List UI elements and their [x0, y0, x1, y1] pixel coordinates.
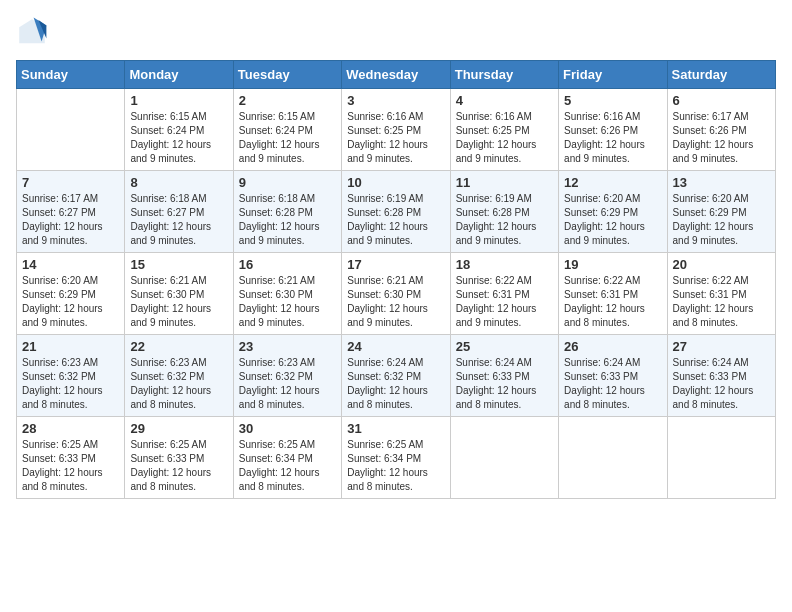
day-info: Sunrise: 6:20 AMSunset: 6:29 PMDaylight:…: [564, 192, 661, 248]
day-info: Sunrise: 6:23 AMSunset: 6:32 PMDaylight:…: [130, 356, 227, 412]
calendar-cell: 9Sunrise: 6:18 AMSunset: 6:28 PMDaylight…: [233, 171, 341, 253]
calendar-cell: 13Sunrise: 6:20 AMSunset: 6:29 PMDayligh…: [667, 171, 775, 253]
day-number: 13: [673, 175, 770, 190]
calendar-cell: 15Sunrise: 6:21 AMSunset: 6:30 PMDayligh…: [125, 253, 233, 335]
header-day-tuesday: Tuesday: [233, 61, 341, 89]
calendar-cell: 2Sunrise: 6:15 AMSunset: 6:24 PMDaylight…: [233, 89, 341, 171]
calendar-cell: 23Sunrise: 6:23 AMSunset: 6:32 PMDayligh…: [233, 335, 341, 417]
day-info: Sunrise: 6:22 AMSunset: 6:31 PMDaylight:…: [673, 274, 770, 330]
day-number: 7: [22, 175, 119, 190]
calendar-cell: 25Sunrise: 6:24 AMSunset: 6:33 PMDayligh…: [450, 335, 558, 417]
day-number: 18: [456, 257, 553, 272]
calendar-cell: 17Sunrise: 6:21 AMSunset: 6:30 PMDayligh…: [342, 253, 450, 335]
calendar-cell: 5Sunrise: 6:16 AMSunset: 6:26 PMDaylight…: [559, 89, 667, 171]
header-day-friday: Friday: [559, 61, 667, 89]
day-info: Sunrise: 6:24 AMSunset: 6:32 PMDaylight:…: [347, 356, 444, 412]
day-number: 10: [347, 175, 444, 190]
calendar-cell: 22Sunrise: 6:23 AMSunset: 6:32 PMDayligh…: [125, 335, 233, 417]
day-info: Sunrise: 6:21 AMSunset: 6:30 PMDaylight:…: [347, 274, 444, 330]
day-info: Sunrise: 6:25 AMSunset: 6:34 PMDaylight:…: [239, 438, 336, 494]
day-number: 27: [673, 339, 770, 354]
calendar-cell: 26Sunrise: 6:24 AMSunset: 6:33 PMDayligh…: [559, 335, 667, 417]
logo-icon: [16, 16, 48, 48]
calendar-cell: [559, 417, 667, 499]
day-info: Sunrise: 6:16 AMSunset: 6:25 PMDaylight:…: [347, 110, 444, 166]
page-header: [16, 16, 776, 48]
day-info: Sunrise: 6:25 AMSunset: 6:33 PMDaylight:…: [22, 438, 119, 494]
day-info: Sunrise: 6:19 AMSunset: 6:28 PMDaylight:…: [456, 192, 553, 248]
day-number: 26: [564, 339, 661, 354]
day-info: Sunrise: 6:15 AMSunset: 6:24 PMDaylight:…: [130, 110, 227, 166]
day-info: Sunrise: 6:18 AMSunset: 6:27 PMDaylight:…: [130, 192, 227, 248]
calendar-cell: 27Sunrise: 6:24 AMSunset: 6:33 PMDayligh…: [667, 335, 775, 417]
calendar-cell: 6Sunrise: 6:17 AMSunset: 6:26 PMDaylight…: [667, 89, 775, 171]
header-day-thursday: Thursday: [450, 61, 558, 89]
day-number: 20: [673, 257, 770, 272]
calendar-cell: 31Sunrise: 6:25 AMSunset: 6:34 PMDayligh…: [342, 417, 450, 499]
week-row-4: 21Sunrise: 6:23 AMSunset: 6:32 PMDayligh…: [17, 335, 776, 417]
day-info: Sunrise: 6:19 AMSunset: 6:28 PMDaylight:…: [347, 192, 444, 248]
header-day-wednesday: Wednesday: [342, 61, 450, 89]
day-info: Sunrise: 6:25 AMSunset: 6:33 PMDaylight:…: [130, 438, 227, 494]
day-number: 4: [456, 93, 553, 108]
day-info: Sunrise: 6:23 AMSunset: 6:32 PMDaylight:…: [239, 356, 336, 412]
calendar-cell: 7Sunrise: 6:17 AMSunset: 6:27 PMDaylight…: [17, 171, 125, 253]
header-day-sunday: Sunday: [17, 61, 125, 89]
day-info: Sunrise: 6:24 AMSunset: 6:33 PMDaylight:…: [456, 356, 553, 412]
calendar-cell: 12Sunrise: 6:20 AMSunset: 6:29 PMDayligh…: [559, 171, 667, 253]
week-row-3: 14Sunrise: 6:20 AMSunset: 6:29 PMDayligh…: [17, 253, 776, 335]
calendar-cell: 16Sunrise: 6:21 AMSunset: 6:30 PMDayligh…: [233, 253, 341, 335]
calendar-cell: [667, 417, 775, 499]
calendar-cell: [450, 417, 558, 499]
day-info: Sunrise: 6:17 AMSunset: 6:27 PMDaylight:…: [22, 192, 119, 248]
day-number: 3: [347, 93, 444, 108]
calendar-cell: [17, 89, 125, 171]
day-number: 17: [347, 257, 444, 272]
calendar-cell: 30Sunrise: 6:25 AMSunset: 6:34 PMDayligh…: [233, 417, 341, 499]
day-number: 6: [673, 93, 770, 108]
calendar-cell: 14Sunrise: 6:20 AMSunset: 6:29 PMDayligh…: [17, 253, 125, 335]
day-info: Sunrise: 6:24 AMSunset: 6:33 PMDaylight:…: [564, 356, 661, 412]
day-info: Sunrise: 6:22 AMSunset: 6:31 PMDaylight:…: [456, 274, 553, 330]
day-info: Sunrise: 6:15 AMSunset: 6:24 PMDaylight:…: [239, 110, 336, 166]
day-info: Sunrise: 6:23 AMSunset: 6:32 PMDaylight:…: [22, 356, 119, 412]
header-row: SundayMondayTuesdayWednesdayThursdayFrid…: [17, 61, 776, 89]
day-info: Sunrise: 6:18 AMSunset: 6:28 PMDaylight:…: [239, 192, 336, 248]
header-day-saturday: Saturday: [667, 61, 775, 89]
day-info: Sunrise: 6:20 AMSunset: 6:29 PMDaylight:…: [22, 274, 119, 330]
header-day-monday: Monday: [125, 61, 233, 89]
calendar-cell: 18Sunrise: 6:22 AMSunset: 6:31 PMDayligh…: [450, 253, 558, 335]
day-number: 25: [456, 339, 553, 354]
day-number: 31: [347, 421, 444, 436]
day-info: Sunrise: 6:16 AMSunset: 6:25 PMDaylight:…: [456, 110, 553, 166]
day-info: Sunrise: 6:17 AMSunset: 6:26 PMDaylight:…: [673, 110, 770, 166]
day-number: 28: [22, 421, 119, 436]
day-number: 2: [239, 93, 336, 108]
day-number: 15: [130, 257, 227, 272]
day-info: Sunrise: 6:25 AMSunset: 6:34 PMDaylight:…: [347, 438, 444, 494]
day-number: 9: [239, 175, 336, 190]
day-info: Sunrise: 6:21 AMSunset: 6:30 PMDaylight:…: [130, 274, 227, 330]
day-number: 8: [130, 175, 227, 190]
week-row-1: 1Sunrise: 6:15 AMSunset: 6:24 PMDaylight…: [17, 89, 776, 171]
calendar-table: SundayMondayTuesdayWednesdayThursdayFrid…: [16, 60, 776, 499]
day-number: 1: [130, 93, 227, 108]
day-number: 29: [130, 421, 227, 436]
day-number: 11: [456, 175, 553, 190]
day-number: 23: [239, 339, 336, 354]
day-number: 24: [347, 339, 444, 354]
day-number: 21: [22, 339, 119, 354]
calendar-cell: 1Sunrise: 6:15 AMSunset: 6:24 PMDaylight…: [125, 89, 233, 171]
day-info: Sunrise: 6:20 AMSunset: 6:29 PMDaylight:…: [673, 192, 770, 248]
day-number: 5: [564, 93, 661, 108]
day-number: 16: [239, 257, 336, 272]
calendar-cell: 24Sunrise: 6:24 AMSunset: 6:32 PMDayligh…: [342, 335, 450, 417]
calendar-cell: 4Sunrise: 6:16 AMSunset: 6:25 PMDaylight…: [450, 89, 558, 171]
day-number: 22: [130, 339, 227, 354]
calendar-cell: 8Sunrise: 6:18 AMSunset: 6:27 PMDaylight…: [125, 171, 233, 253]
day-info: Sunrise: 6:16 AMSunset: 6:26 PMDaylight:…: [564, 110, 661, 166]
calendar-cell: 20Sunrise: 6:22 AMSunset: 6:31 PMDayligh…: [667, 253, 775, 335]
calendar-cell: 28Sunrise: 6:25 AMSunset: 6:33 PMDayligh…: [17, 417, 125, 499]
day-info: Sunrise: 6:21 AMSunset: 6:30 PMDaylight:…: [239, 274, 336, 330]
day-number: 12: [564, 175, 661, 190]
